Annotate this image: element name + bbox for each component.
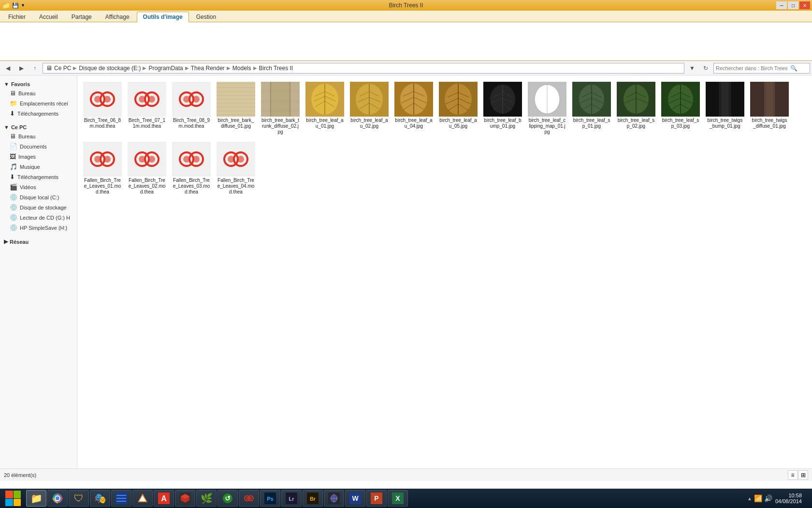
file-item-leaf-sp2[interactable]: birch_tree_leaf_sp_02.jpg — [615, 79, 657, 137]
file-thumbnail-fallen4 — [217, 142, 255, 177]
taskbar-app4[interactable]: 🎭 — [90, 490, 110, 507]
file-item-leaf-sp1[interactable]: birch_tree_leaf_sp_01.jpg — [570, 79, 613, 137]
file-item-twig-diff[interactable]: birch_tree_twigs_diffuse_01.jpg — [748, 79, 791, 137]
path-birchtrees[interactable]: Birch Trees II — [259, 65, 293, 72]
sidebar-item-images[interactable]: 🖼 Images — [0, 151, 77, 162]
reseau-label: Réseau — [10, 239, 29, 245]
tray-arrow[interactable]: ▲ — [747, 496, 752, 501]
tab-affichage[interactable]: Affichage — [99, 12, 136, 22]
taskbar-app7[interactable]: A — [154, 490, 174, 507]
sidebar-item-documents[interactable]: 📄 Documents — [0, 141, 77, 151]
taskbar-app3[interactable]: 🛡 — [69, 490, 89, 507]
taskbar-app5[interactable] — [111, 490, 131, 507]
path-thearender[interactable]: Thea Render — [191, 65, 225, 72]
up-button[interactable]: ↑ — [29, 62, 41, 74]
maximize-button[interactable]: □ — [788, 1, 798, 9]
svg-text:Lr: Lr — [289, 496, 295, 502]
taskbar-word[interactable]: W — [345, 490, 365, 507]
tab-partage[interactable]: Partage — [65, 12, 98, 22]
taskbar-app8[interactable] — [175, 490, 195, 507]
file-item-fallen3[interactable]: Fallen_Birch_Tree_Leaves_03.mod.thea — [170, 139, 213, 197]
thea-taskbar-icon — [243, 493, 255, 504]
sidebar-item-telechargements-fav[interactable]: ⬇ Téléchargements — [0, 108, 77, 119]
refresh-button[interactable]: ↻ — [700, 62, 711, 74]
sidebar-item-emplacements[interactable]: 📁 Emplacements récei — [0, 98, 77, 108]
file-thumbnail-leaf-sp1 — [572, 82, 611, 117]
taskbar-app9[interactable]: 🌿 — [196, 490, 217, 507]
file-item-fallen1[interactable]: Fallen_Birch_Tree_Leaves_01.mod.thea — [81, 139, 124, 197]
file-item-leaf-sp3[interactable]: birch_tree_leaf_sp_03.jpg — [659, 79, 702, 137]
taskbar-clock[interactable]: 10:58 04/08/2014 — [775, 493, 802, 504]
quick-access-dropdown[interactable]: ▼ — [21, 3, 25, 8]
search-input[interactable] — [716, 65, 788, 71]
clock-time: 10:58 — [775, 493, 802, 498]
sidebar-item-hp-simplesave[interactable]: 💿 HP SimpleSave (H:) — [0, 223, 77, 233]
sidebar-item-disque-stockage[interactable]: 💿 Disque de stockage — [0, 202, 77, 212]
file-item-twig-bump[interactable]: birch_tree_twigs_bump_01.jpg — [704, 79, 746, 137]
sidebar-item-telechargements-pc[interactable]: ⬇ Téléchargements — [0, 172, 77, 182]
file-item-leaf-clip[interactable]: birch_tree_leaf_clipping_map_01.jpg — [526, 79, 568, 137]
view-list-button[interactable]: ≡ — [788, 470, 798, 480]
sidebar-section-favoris[interactable]: ▼ Favoris — [0, 79, 77, 88]
lr-icon: Lr — [286, 493, 297, 504]
sidebar-item-bureau-fav[interactable]: 🖥 Bureau — [0, 88, 77, 98]
path-dropdown-button[interactable]: ▼ — [686, 62, 698, 74]
tab-outils[interactable]: Outils d'image — [137, 12, 189, 22]
file-item-bark-diff[interactable]: birch_tree_bark_diffuse_01.jpg — [215, 79, 257, 137]
start-button[interactable] — [1, 490, 25, 507]
file-item-leaf-au5[interactable]: birch_tree_leaf_au_05.jpg — [437, 79, 479, 137]
tab-fichier[interactable]: Fichier — [2, 12, 32, 22]
taskbar-app15[interactable] — [324, 490, 344, 507]
file-item-birch08[interactable]: Birch_Tree_08_9m.mod.thea — [170, 79, 213, 137]
sidebar-item-videos[interactable]: 🎬 Vidéos — [0, 182, 77, 192]
bureau-fav-icon: 🖥 — [10, 90, 16, 97]
close-button[interactable]: ✕ — [799, 1, 810, 9]
taskbar-explorer[interactable]: 📁 — [26, 490, 46, 507]
tab-gestion[interactable]: Gestion — [190, 12, 222, 22]
taskbar-photoshop[interactable]: Ps — [260, 490, 280, 507]
taskbar-app10[interactable]: ↺ — [218, 490, 238, 507]
svg-point-109 — [94, 156, 101, 163]
file-item-birch06[interactable]: Birch_Tree_06_8m.mod.thea — [81, 79, 124, 137]
back-button[interactable]: ◀ — [2, 62, 14, 74]
tab-accueil[interactable]: Accueil — [33, 12, 64, 22]
file-item-leaf-au4[interactable]: birch_tree_leaf_au_04.jpg — [392, 79, 435, 137]
sidebar-item-lecteur-cd[interactable]: 💿 Lecteur de CD (G:) H — [0, 212, 77, 223]
tray-volume[interactable]: 🔊 — [764, 494, 772, 502]
view-details-button[interactable]: ⊞ — [798, 470, 808, 480]
sidebar-section-cepc[interactable]: ▼ Ce PC — [0, 122, 77, 131]
path-models[interactable]: Models — [232, 65, 251, 72]
file-label-fallen2: Fallen_Birch_Tree_Leaves_02.mod.thea — [128, 178, 166, 195]
taskbar-chrome[interactable] — [47, 490, 68, 507]
telechargementsf-icon: ⬇ — [10, 110, 15, 117]
forward-button[interactable]: ▶ — [15, 62, 27, 74]
taskbar-excel[interactable]: X — [388, 490, 408, 507]
file-item-leaf-au1[interactable]: birch_tree_leaf_au_01.jpg — [304, 79, 346, 137]
path-area[interactable]: 🖥 Ce PC ▶ Disque de stockage (E:) ▶ Prog… — [43, 63, 684, 74]
quick-access-save[interactable]: 💾 — [12, 2, 19, 9]
sidebar-item-bureau-pc[interactable]: 🖥 Bureau — [0, 131, 77, 141]
svg-text:Ps: Ps — [267, 496, 273, 502]
file-item-fallen4[interactable]: Fallen_Birch_Tree_Leaves_04.mod.thea — [215, 139, 257, 197]
file-item-birch07[interactable]: Birch_Tree_07_11m.mod.thea — [126, 79, 168, 137]
taskbar-vlc[interactable] — [132, 490, 153, 507]
file-thumbnail-leaf-au2 — [350, 82, 389, 117]
word-icon: W — [349, 493, 361, 504]
file-item-leaf-au2[interactable]: birch_tree_leaf_au_02.jpg — [348, 79, 391, 137]
sidebar-item-musique[interactable]: 🎵 Musique — [0, 162, 77, 172]
taskbar-thea[interactable] — [239, 490, 259, 507]
file-item-fallen2[interactable]: Fallen_Birch_Tree_Leaves_02.mod.thea — [126, 139, 168, 197]
file-item-bark-trunk[interactable]: birch_tree_bark_trunk_diffuse_02.jpg — [259, 79, 302, 137]
path-cepc[interactable]: Ce PC — [54, 65, 71, 72]
search-icon[interactable]: 🔍 — [790, 65, 798, 72]
path-programdata[interactable]: ProgramData — [148, 65, 183, 72]
taskbar-powerpoint[interactable]: P — [366, 490, 387, 507]
path-disque[interactable]: Disque de stockage (E:) — [79, 65, 141, 72]
taskbar-bridge[interactable]: Br — [303, 490, 323, 507]
sidebar-section-reseau[interactable]: ▶ Réseau — [0, 237, 77, 246]
minimize-button[interactable]: ─ — [776, 1, 787, 9]
taskbar-lightroom[interactable]: Lr — [281, 490, 302, 507]
sidebar-item-disque-local[interactable]: 💿 Disque local (C:) — [0, 192, 77, 202]
svg-point-122 — [237, 156, 244, 163]
file-item-leaf-bump[interactable]: birch_tree_leaf_bump_01.jpg — [481, 79, 524, 137]
